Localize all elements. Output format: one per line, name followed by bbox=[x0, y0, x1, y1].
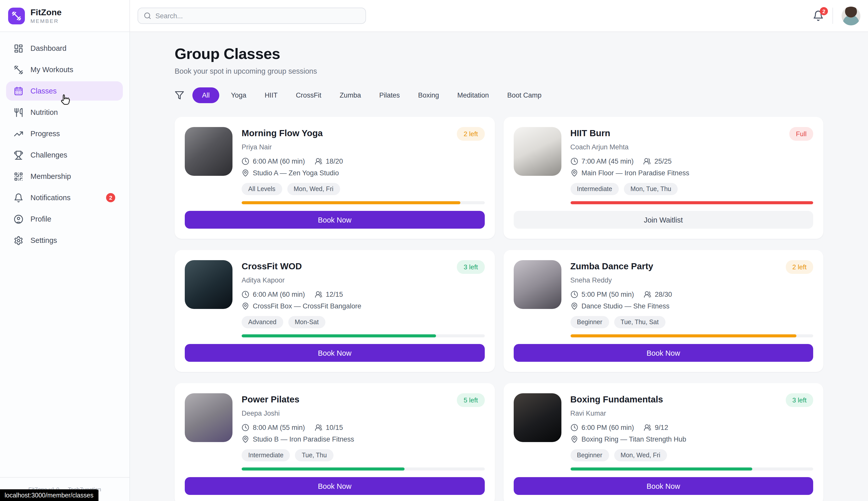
sidebar-item-progress[interactable]: Progress bbox=[6, 124, 123, 143]
filter-chip-crossfit[interactable]: CrossFit bbox=[289, 87, 328, 103]
clock-icon bbox=[570, 291, 578, 298]
book-now-button[interactable]: Book Now bbox=[514, 344, 813, 362]
sidebar: DashboardMy WorkoutsClassesNutritionProg… bbox=[0, 32, 130, 501]
user-avatar[interactable] bbox=[842, 6, 860, 25]
class-location: Studio B — Iron Paradise Fitness bbox=[253, 436, 354, 443]
search-box[interactable] bbox=[138, 8, 366, 24]
location-pin-icon bbox=[570, 302, 578, 310]
instructor-name: Aditya Kapoor bbox=[242, 276, 484, 284]
spots-left-badge: 2 left bbox=[457, 127, 484, 141]
main-content: Group Classes Book your spot in upcoming… bbox=[130, 32, 868, 501]
tag-list: BeginnerMon, Wed, Fri bbox=[570, 449, 813, 461]
capacity-progress-track bbox=[570, 468, 813, 470]
class-card-boxing-fundamentals[interactable]: Boxing Fundamentals 3 left Ravi Kumar 6:… bbox=[503, 383, 823, 501]
class-tag: Mon, Wed, Fri bbox=[287, 183, 340, 195]
sidebar-item-classes[interactable]: Classes bbox=[6, 81, 123, 100]
users-icon bbox=[315, 424, 322, 431]
class-title: CrossFit WOD bbox=[242, 260, 302, 272]
filter-chip-pilates[interactable]: Pilates bbox=[373, 87, 406, 103]
browser-status-url: localhost:3000/member/classes bbox=[0, 489, 98, 501]
class-location: CrossFit Box — CrossFit Bangalore bbox=[253, 302, 361, 310]
search-input[interactable] bbox=[155, 12, 360, 20]
instructor-name: Deepa Joshi bbox=[242, 409, 484, 417]
instructor-name: Ravi Kumar bbox=[570, 409, 813, 417]
class-tag: Intermediate bbox=[570, 183, 619, 195]
filter-chip-zumba[interactable]: Zumba bbox=[333, 87, 367, 103]
class-capacity: 10/15 bbox=[326, 424, 343, 431]
sidebar-item-profile[interactable]: Profile bbox=[6, 209, 123, 229]
location-pin-icon bbox=[242, 302, 249, 310]
class-location: Boxing Ring — Titan Strength Hub bbox=[581, 436, 686, 443]
capacity-progress-track bbox=[570, 201, 813, 204]
sidebar-item-settings[interactable]: Settings bbox=[6, 231, 123, 250]
sidebar-item-label: Nutrition bbox=[31, 108, 58, 116]
topbar-divider bbox=[833, 8, 833, 24]
clock-icon bbox=[570, 424, 578, 431]
class-tag: Tue, Thu, Sat bbox=[614, 316, 665, 328]
class-card-power-pilates[interactable]: Power Pilates 5 left Deepa Joshi 8:00 AM… bbox=[175, 383, 495, 501]
sidebar-notification-count: 2 bbox=[106, 193, 115, 202]
book-now-button[interactable]: Book Now bbox=[185, 477, 484, 495]
sidebar-item-label: My Workouts bbox=[31, 65, 73, 74]
sidebar-item-membership[interactable]: Membership bbox=[6, 167, 123, 186]
class-tag: Mon-Sat bbox=[288, 316, 326, 328]
class-card-zumba-dance-party[interactable]: Zumba Dance Party 2 left Sneha Reddy 5:0… bbox=[503, 250, 823, 372]
trophy-icon bbox=[14, 150, 23, 160]
book-now-button[interactable]: Book Now bbox=[185, 211, 484, 229]
tag-list: AdvancedMon-Sat bbox=[242, 316, 484, 328]
users-icon bbox=[644, 291, 651, 298]
filter-chip-meditation[interactable]: Meditation bbox=[451, 87, 496, 103]
filter-bar: AllYogaHIITCrossFitZumbaPilatesBoxingMed… bbox=[175, 87, 823, 103]
class-card-hiit-burn[interactable]: HIIT Burn Full Coach Arjun Mehta 7:00 AM… bbox=[503, 117, 823, 239]
location-pin-icon bbox=[570, 436, 578, 443]
class-card-crossfit-wod[interactable]: CrossFit WOD 3 left Aditya Kapoor 6:00 A… bbox=[175, 250, 495, 372]
class-time: 7:00 AM (45 min) bbox=[581, 158, 634, 165]
book-now-button[interactable]: Book Now bbox=[185, 344, 484, 362]
sidebar-item-label: Progress bbox=[31, 130, 60, 138]
class-tag: Advanced bbox=[242, 316, 283, 328]
class-title: Power Pilates bbox=[242, 393, 299, 405]
filter-chip-boxing[interactable]: Boxing bbox=[411, 87, 446, 103]
class-tag: Intermediate bbox=[242, 449, 290, 461]
filter-chip-boot-camp[interactable]: Boot Camp bbox=[501, 87, 548, 103]
class-tag: Tue, Thu bbox=[295, 449, 333, 461]
class-capacity: 28/30 bbox=[655, 291, 672, 298]
fitzone-logo-icon bbox=[8, 7, 25, 24]
class-time: 6:00 PM (60 min) bbox=[581, 424, 634, 431]
sidebar-item-dashboard[interactable]: Dashboard bbox=[6, 39, 123, 58]
tag-list: IntermediateMon, Tue, Thu bbox=[570, 183, 813, 195]
filter-chip-yoga[interactable]: Yoga bbox=[224, 87, 253, 103]
spots-left-badge: 3 left bbox=[457, 260, 484, 274]
capacity-progress-track bbox=[242, 334, 484, 338]
book-now-button[interactable]: Book Now bbox=[514, 477, 813, 495]
capacity-progress-fill bbox=[242, 201, 460, 204]
class-photo bbox=[185, 260, 232, 309]
sidebar-item-nutrition[interactable]: Nutrition bbox=[6, 103, 123, 122]
filter-chip-all[interactable]: All bbox=[193, 87, 219, 103]
brand-name: FitZone bbox=[31, 7, 62, 17]
bell-icon bbox=[14, 193, 23, 202]
filter-chip-hiit[interactable]: HIIT bbox=[258, 87, 284, 103]
sidebar-item-notifications[interactable]: Notifications2 bbox=[6, 188, 123, 207]
bell-notification-count: 2 bbox=[820, 7, 828, 15]
capacity-progress-fill bbox=[242, 468, 404, 470]
class-capacity: 18/20 bbox=[326, 158, 343, 165]
notifications-bell-button[interactable]: 2 bbox=[813, 10, 824, 21]
class-time: 5:00 PM (50 min) bbox=[581, 291, 634, 298]
class-tag: Beginner bbox=[570, 316, 609, 328]
class-photo bbox=[514, 260, 561, 309]
utensils-icon bbox=[14, 107, 23, 117]
location-pin-icon bbox=[570, 169, 578, 177]
tag-list: BeginnerTue, Thu, Sat bbox=[570, 316, 813, 328]
class-card-grid: Morning Flow Yoga 2 left Priya Nair 6:00… bbox=[175, 117, 823, 501]
location-pin-icon bbox=[242, 436, 249, 443]
sidebar-item-challenges[interactable]: Challenges bbox=[6, 145, 123, 164]
capacity-progress-fill bbox=[242, 334, 436, 338]
gear-icon bbox=[14, 235, 23, 245]
class-photo bbox=[185, 393, 232, 442]
join-waitlist-button[interactable]: Join Waitlist bbox=[514, 211, 813, 229]
sidebar-item-my-workouts[interactable]: My Workouts bbox=[6, 60, 123, 79]
spots-left-badge: 3 left bbox=[786, 393, 813, 407]
class-card-morning-flow-yoga[interactable]: Morning Flow Yoga 2 left Priya Nair 6:00… bbox=[175, 117, 495, 239]
class-title: Morning Flow Yoga bbox=[242, 127, 323, 139]
